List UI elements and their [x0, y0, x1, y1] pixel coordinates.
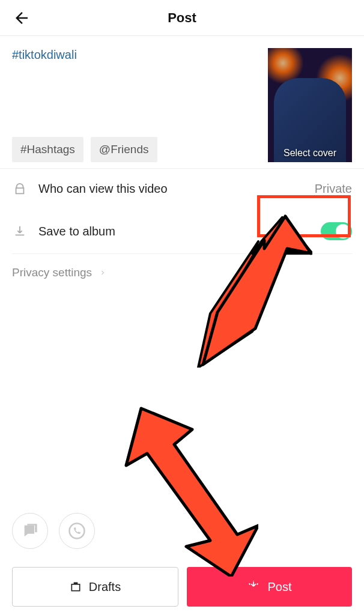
hashtags-chip[interactable]: #Hashtags [12, 137, 83, 162]
share-chat-button[interactable] [12, 513, 48, 549]
svg-point-0 [70, 524, 85, 539]
chevron-right-icon [99, 266, 106, 279]
share-whatsapp-button[interactable] [59, 513, 95, 549]
back-button[interactable] [11, 7, 32, 29]
arrow-left-icon [13, 9, 31, 27]
privacy-settings-link[interactable]: Privacy settings [0, 254, 364, 291]
video-thumbnail[interactable]: Select cover [268, 48, 352, 162]
whatsapp-icon [68, 522, 86, 540]
friends-chip[interactable]: @Friends [91, 137, 157, 162]
svg-rect-1 [71, 584, 79, 591]
select-cover-label: Select cover [268, 148, 352, 159]
post-spark-icon [247, 580, 260, 593]
privacy-visibility-value: Private [315, 182, 352, 196]
download-icon [12, 225, 28, 238]
drafts-button[interactable]: Drafts [12, 567, 178, 607]
drafts-icon [70, 581, 82, 593]
post-button-label: Post [267, 580, 291, 594]
privacy-settings-label: Privacy settings [12, 266, 92, 279]
svg-marker-6 [126, 408, 258, 577]
post-button[interactable]: Post [187, 567, 352, 607]
privacy-visibility-row[interactable]: Who can view this video Private [0, 169, 364, 209]
annotation-arrow-post [114, 396, 258, 577]
privacy-visibility-label: Who can view this video [38, 182, 304, 196]
save-to-album-label: Save to album [38, 225, 310, 238]
save-to-album-row: Save to album [0, 209, 364, 253]
svg-rect-2 [73, 583, 77, 584]
chat-icon [22, 523, 38, 539]
drafts-button-label: Drafts [89, 580, 121, 594]
lock-icon [12, 183, 28, 196]
save-to-album-toggle[interactable] [321, 222, 352, 240]
page-title: Post [168, 10, 196, 26]
caption-text[interactable]: #tiktokdiwali [12, 48, 259, 62]
